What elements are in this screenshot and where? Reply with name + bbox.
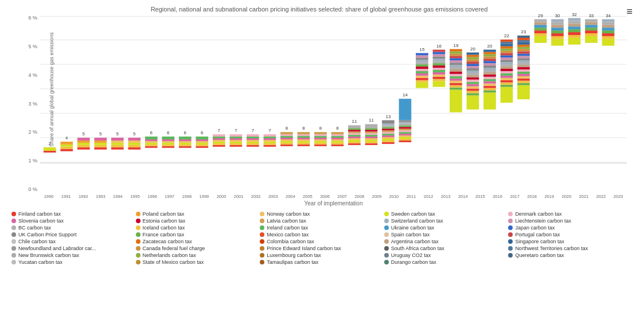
svg-rect-365	[568, 18, 581, 21]
bar-group-2008[interactable]: 11	[348, 119, 361, 145]
x-tick-1990: 1990	[40, 194, 57, 199]
bar-group-2010[interactable]: 13	[382, 114, 395, 144]
svg-rect-303	[501, 57, 513, 60]
svg-text:14: 14	[403, 92, 408, 98]
bar-group-1998[interactable]: 6	[179, 130, 192, 148]
bar-group-1994[interactable]: 5	[111, 131, 124, 150]
svg-rect-235	[450, 67, 462, 69]
singapore-label: Singapore carbon tax	[515, 239, 564, 244]
svg-rect-112	[298, 141, 310, 143]
svg-rect-370	[585, 30, 598, 33]
mexico-dot	[260, 232, 264, 237]
svg-rect-282	[483, 61, 496, 63]
legend-item-newfoundland: Newfoundland and Labrador car...	[11, 246, 136, 251]
x-tick-2002: 2002	[247, 194, 264, 199]
svg-rect-106	[280, 136, 293, 138]
svg-rect-255	[467, 75, 479, 77]
svg-rect-165	[382, 135, 395, 137]
svg-rect-384	[602, 19, 615, 22]
bar-group-2002[interactable]: 7	[247, 128, 259, 147]
svg-rect-264	[467, 54, 479, 57]
svg-rect-292	[501, 83, 513, 85]
bar-group-2019[interactable]: 29	[534, 13, 547, 43]
legend-item-tamaulipas: Tamaulipas carbon tax	[260, 259, 384, 265]
x-tick-2014: 2014	[454, 194, 471, 199]
bar-group-2013[interactable]: 16	[433, 44, 446, 87]
bar-group-2023[interactable]: 34	[602, 13, 615, 46]
bar-group-2001[interactable]: 7	[230, 128, 243, 147]
bar-group-2018[interactable]: 23	[517, 29, 530, 99]
bar-group-1999[interactable]: 6	[196, 130, 208, 148]
bar-group-2014[interactable]: 19	[450, 43, 462, 112]
iceland-label: Iceland carbon tax	[143, 225, 185, 231]
bar-group-2009[interactable]: 11	[365, 118, 378, 145]
svg-rect-77	[230, 145, 243, 147]
svg-rect-230	[450, 79, 462, 81]
svg-rect-36	[128, 145, 140, 147]
switzerland-dot	[384, 219, 389, 223]
svg-rect-33	[111, 138, 124, 141]
svg-rect-311	[501, 40, 513, 42]
svg-rect-265	[467, 52, 479, 54]
bar-group-2016[interactable]: 20	[483, 44, 496, 110]
bar-group-2007[interactable]: 8	[331, 126, 344, 146]
svg-rect-324	[517, 63, 530, 65]
bar-group-2015[interactable]: 20	[467, 46, 479, 110]
svg-rect-121	[314, 141, 327, 143]
svg-rect-364	[568, 21, 581, 24]
bar-group-1995[interactable]: 5	[128, 131, 140, 150]
svg-text:29: 29	[538, 13, 543, 18]
bar-group-2006[interactable]: 8	[314, 126, 327, 146]
svg-rect-167	[382, 132, 395, 134]
newfoundland-label: Newfoundland and Labrador car...	[18, 246, 96, 251]
legend-item-norway: Norway carbon tax	[260, 211, 384, 217]
bar-group-2020[interactable]: 30	[551, 13, 564, 46]
bar-group-1993[interactable]: 5	[94, 131, 107, 150]
finland-dot	[11, 212, 16, 216]
slovenia-label: Slovenia carbon tax	[18, 218, 64, 224]
bar-group-1997[interactable]: 6	[162, 130, 174, 148]
bar-group-2012[interactable]: 15	[416, 47, 428, 88]
svg-rect-307	[501, 49, 513, 51]
estonia-label: Estonia carbon tax	[143, 218, 186, 224]
yucatan-dot	[11, 260, 16, 264]
svg-rect-193	[416, 80, 428, 83]
svg-rect-70	[213, 143, 225, 145]
legend-item-pei: Prince Edward Island carbon tax	[260, 246, 384, 251]
svg-rect-378	[602, 36, 615, 39]
svg-rect-62	[196, 146, 208, 148]
argentina-label: Argentina carbon tax	[391, 239, 439, 244]
svg-rect-46	[145, 137, 158, 139]
svg-rect-279	[483, 68, 496, 70]
bar-group-2000[interactable]: 7	[213, 128, 225, 147]
svg-rect-383	[602, 22, 615, 25]
svg-rect-130	[331, 141, 344, 143]
svg-rect-137	[348, 143, 361, 145]
japan-dot	[508, 225, 513, 230]
svg-rect-309	[501, 44, 513, 46]
bar-group-2022[interactable]: 33	[585, 13, 598, 43]
bar-group-2011[interactable]: 14	[399, 92, 412, 163]
bar-group-2003[interactable]: 7	[264, 128, 276, 147]
x-tick-2010: 2010	[385, 194, 403, 199]
svg-rect-253	[467, 80, 479, 82]
latvia-label: Latvia carbon tax	[267, 218, 306, 224]
chile-label: Chile carbon tax	[18, 239, 56, 244]
svg-rect-209	[433, 79, 446, 81]
svg-rect-268	[483, 92, 496, 110]
legend-item-france: France carbon tax	[136, 232, 260, 237]
menu-icon[interactable]: ≡	[626, 6, 633, 18]
svg-text:8: 8	[302, 126, 305, 131]
bar-group-2004[interactable]: 8	[280, 126, 293, 146]
bar-group-2005[interactable]: 8	[298, 126, 310, 146]
x-tick-1994: 1994	[109, 194, 126, 199]
canada-label: Canada federal fuel charge	[143, 246, 205, 251]
svg-rect-359	[568, 35, 581, 38]
svg-rect-322	[517, 67, 530, 69]
bar-group-2017[interactable]: 22	[501, 33, 513, 103]
netherlands-label: Netherlands carbon tax	[143, 252, 196, 258]
bar-group-2021[interactable]: 32	[568, 12, 581, 45]
svg-rect-211	[433, 75, 446, 77]
svg-rect-250	[467, 87, 479, 89]
bar-group-1996[interactable]: 6	[145, 130, 158, 148]
